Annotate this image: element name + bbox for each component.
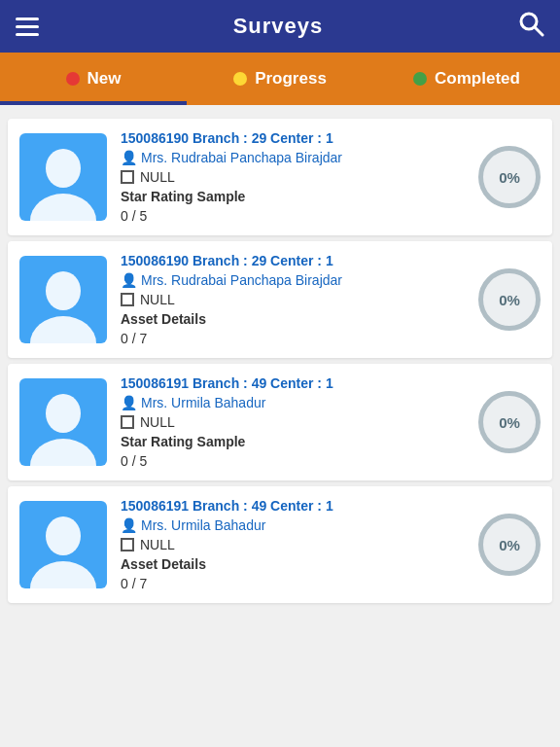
survey-null-row: NULL [121, 537, 465, 552]
survey-name: Star Rating Sample [121, 189, 465, 204]
tab-completed[interactable]: Completed [373, 53, 560, 105]
person-icon: 👤 [121, 272, 137, 288]
person-name: Mrs. Rudrabai Panchapa Birajdar [141, 272, 342, 288]
app-header: Surveys [0, 0, 560, 53]
svg-point-3 [30, 194, 96, 221]
app-title: Surveys [233, 14, 324, 39]
person-icon: 👤 [121, 395, 137, 410]
avatar [19, 133, 107, 221]
survey-count: 0 / 7 [121, 576, 465, 591]
survey-count: 0 / 7 [121, 331, 465, 346]
svg-point-9 [30, 561, 96, 588]
survey-item[interactable]: 150086191 Branch : 49 Center : 1 👤 Mrs. … [8, 364, 552, 480]
null-text: NULL [140, 169, 175, 185]
tab-dot-completed [413, 72, 427, 86]
survey-item[interactable]: 150086191 Branch : 49 Center : 1 👤 Mrs. … [8, 486, 552, 603]
null-text: NULL [140, 537, 175, 552]
person-icon: 👤 [121, 150, 137, 165]
survey-info: 150086190 Branch : 29 Center : 1 👤 Mrs. … [121, 130, 465, 224]
checkbox[interactable] [121, 170, 134, 184]
progress-circle: 0% [478, 146, 541, 208]
survey-name: Asset Details [121, 556, 465, 572]
survey-id: 150086191 Branch : 49 Center : 1 [121, 375, 465, 391]
survey-info: 150086191 Branch : 49 Center : 1 👤 Mrs. … [121, 498, 465, 591]
tab-dot-progress [233, 72, 247, 86]
survey-info: 150086190 Branch : 29 Center : 1 👤 Mrs. … [121, 253, 465, 346]
svg-point-7 [30, 439, 96, 466]
progress-circle: 0% [478, 514, 541, 576]
svg-point-2 [46, 149, 81, 188]
progress-circle: 0% [478, 268, 541, 331]
svg-point-4 [46, 271, 81, 310]
survey-person: 👤 Mrs. Rudrabai Panchapa Birajdar [121, 150, 465, 165]
survey-count: 0 / 5 [121, 453, 465, 469]
survey-list: 150086190 Branch : 29 Center : 1 👤 Mrs. … [0, 105, 560, 617]
null-text: NULL [140, 414, 175, 430]
checkbox[interactable] [121, 293, 134, 306]
svg-point-5 [30, 316, 96, 343]
null-text: NULL [140, 292, 175, 307]
person-icon: 👤 [121, 517, 137, 533]
survey-person: 👤 Mrs. Urmila Bahadur [121, 517, 465, 533]
tab-completed-label: Completed [435, 69, 520, 89]
svg-line-1 [535, 27, 542, 35]
tab-progress-label: Progress [255, 69, 327, 89]
survey-info: 150086191 Branch : 49 Center : 1 👤 Mrs. … [121, 375, 465, 469]
survey-person: 👤 Mrs. Rudrabai Panchapa Birajdar [121, 272, 465, 288]
survey-null-row: NULL [121, 169, 465, 185]
survey-id: 150086191 Branch : 49 Center : 1 [121, 498, 465, 514]
tab-progress[interactable]: Progress [187, 53, 373, 105]
person-name: Mrs. Rudrabai Panchapa Birajdar [141, 150, 342, 165]
search-icon[interactable] [517, 10, 544, 43]
avatar [19, 378, 107, 466]
svg-point-8 [46, 516, 81, 555]
survey-item[interactable]: 150086190 Branch : 29 Center : 1 👤 Mrs. … [8, 119, 552, 235]
tabs-bar: New Progress Completed [0, 53, 560, 105]
survey-count: 0 / 5 [121, 208, 465, 224]
survey-name: Asset Details [121, 311, 465, 327]
survey-id: 150086190 Branch : 29 Center : 1 [121, 130, 465, 146]
survey-null-row: NULL [121, 292, 465, 307]
survey-name: Star Rating Sample [121, 434, 465, 449]
survey-person: 👤 Mrs. Urmila Bahadur [121, 395, 465, 410]
svg-point-6 [46, 394, 81, 433]
person-name: Mrs. Urmila Bahadur [141, 517, 265, 533]
person-name: Mrs. Urmila Bahadur [141, 395, 265, 410]
tab-dot-new [66, 72, 80, 86]
checkbox[interactable] [121, 415, 134, 429]
progress-circle: 0% [478, 391, 541, 453]
survey-null-row: NULL [121, 414, 465, 430]
tab-new-label: New [88, 69, 122, 89]
checkbox[interactable] [121, 538, 134, 551]
tab-new[interactable]: New [0, 53, 187, 105]
avatar [19, 501, 107, 588]
survey-id: 150086190 Branch : 29 Center : 1 [121, 253, 465, 268]
avatar [19, 256, 107, 343]
survey-item[interactable]: 150086190 Branch : 29 Center : 1 👤 Mrs. … [8, 241, 552, 358]
menu-icon[interactable] [16, 18, 39, 36]
